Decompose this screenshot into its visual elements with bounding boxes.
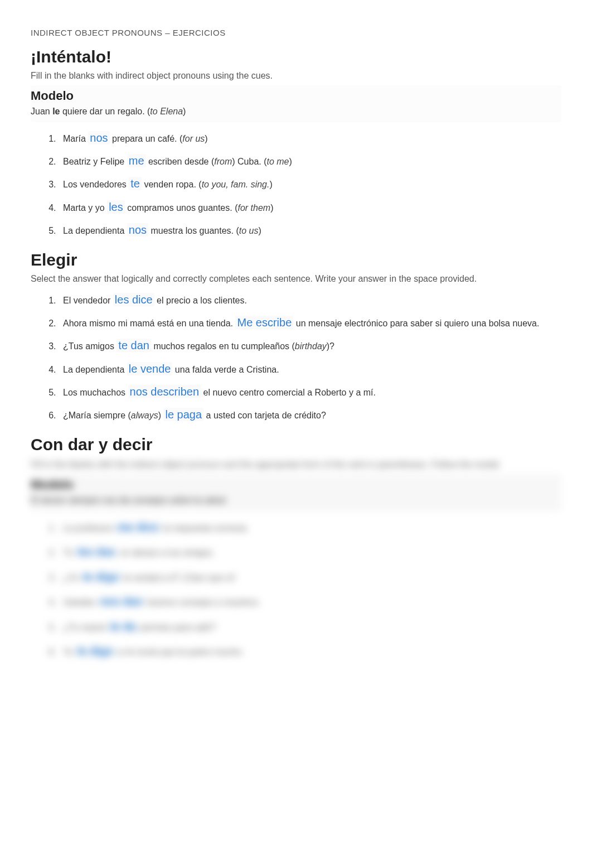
item-post: prepara un café. ( (110, 134, 183, 143)
section1-list: María nos prepara un café. (for us) Beat… (31, 129, 561, 240)
item-pre: La dependienta (63, 226, 127, 235)
item-pre: La dependienta (63, 365, 127, 374)
item-post: un abrazo a tus amigos. (117, 548, 215, 557)
item-close: ) (205, 134, 207, 143)
item-pre: El vendedor (63, 296, 113, 305)
list-item: Ustedes nos dan buenos consejos a nosotr… (59, 592, 561, 613)
page-header: INDIRECT OBJECT PRONOUNS – EJERCICIOS (31, 28, 561, 37)
section3-instructions: Fill in the blanks with the indirect obj… (31, 460, 561, 470)
blurred-preview: Fill in the blanks with the indirect obj… (31, 460, 561, 663)
list-item: Beatriz y Felipe me escriben desde (from… (59, 152, 561, 171)
modelo-post: quiere dar un regalo. ( (60, 107, 150, 116)
list-item: Los vendedores te venden ropa. (to you, … (59, 175, 561, 194)
item-ital: always (131, 411, 158, 420)
list-item: Tú les das un abrazo a tus amigos. (59, 542, 561, 563)
item-post: venden ropa. ( (142, 180, 202, 189)
list-item: Yo le digo a mi novia que la quiero much… (59, 642, 561, 663)
item-ital: birthday (295, 341, 327, 351)
item-pre: Tú (63, 548, 76, 557)
item-post: muestra los guantes. ( (148, 226, 239, 235)
item-post: la respuesta correcta. (161, 523, 249, 533)
item-post: muchos regalos en tu cumpleaños ( (151, 341, 295, 351)
item-pre: Los vendedores (63, 180, 129, 189)
item-pre: ¿Tus amigos (63, 341, 117, 351)
section1-instructions: Fill in the blanks with indirect object … (31, 71, 561, 81)
modelo-close: ) (183, 107, 186, 116)
answer: me dice (115, 520, 160, 534)
section2-list: El vendedor les dice el precio a los cli… (31, 291, 561, 425)
list-item: Ahora mismo mi mamá está en una tienda. … (59, 314, 561, 333)
list-item: El vendedor les dice el precio a los cli… (59, 291, 561, 310)
item-mid: ) (158, 411, 164, 420)
list-item: ¿Yo te digo la verdad a ti? ¡Claro que s… (59, 567, 561, 589)
item-pre: Ahora mismo mi mamá está en una tienda. (63, 319, 235, 328)
item-ital: to you, fam. sing. (202, 180, 270, 189)
section3-list: La profesora me dice la respuesta correc… (31, 518, 561, 663)
answer: te digo (81, 570, 121, 584)
item-close: ) (258, 226, 261, 235)
section2-instructions: Select the answer that logically and cor… (31, 274, 561, 284)
answer: le paga (163, 408, 203, 421)
modelo-pre: Juan (31, 107, 52, 116)
item-pre: Beatriz y Felipe (63, 157, 127, 166)
item-pre: María (63, 134, 88, 143)
list-item: La dependienta le vende una falda verde … (59, 360, 561, 379)
item-post: a usted con tarjeta de crédito? (203, 411, 326, 420)
item-close: ) (289, 157, 292, 166)
item-pre: ¿Yo (63, 573, 81, 582)
item-pre: ¿María siempre ( (63, 411, 131, 420)
item-pre: La profesora (63, 523, 115, 533)
section-elegir-title: Elegir (31, 250, 561, 269)
list-item: La dependienta nos muestra los guantes. … (59, 221, 561, 240)
answer: les dice (113, 293, 154, 306)
item-ital: to us (239, 226, 259, 235)
section1-modelo: Modelo Juan le quiere dar un regalo. (to… (31, 85, 561, 122)
item-post: una falda verde a Cristina. (172, 365, 279, 374)
list-item: Los muchachos nos describen el nuevo cen… (59, 383, 561, 402)
answer: nos describen (128, 385, 201, 398)
item-post: permiso para salir? (138, 623, 216, 632)
item-post: la verdad a ti? ¡Claro que sí! (121, 573, 235, 582)
answer: nos (88, 131, 109, 144)
answer: te (129, 177, 142, 190)
item-pre: Marta y yo (63, 203, 107, 213)
item-ital: for them (237, 203, 270, 213)
section-con-dar-title: Con dar y decir (31, 435, 561, 454)
item-pre: ¿Tu mamá (63, 623, 108, 632)
list-item: María nos prepara un café. (for us) (59, 129, 561, 148)
item-post: buenos consejos a nosotros. (144, 597, 260, 607)
item-close: )? (327, 341, 334, 351)
section-intentalo-title: ¡Inténtalo! (31, 47, 561, 66)
answer: me (127, 154, 146, 167)
modelo-ital: to Elena (150, 107, 183, 116)
item-post: el nuevo centro comercial a Roberto y a … (201, 388, 376, 397)
item-close: ) (269, 180, 272, 189)
item-mid: ) Cuba. ( (232, 157, 266, 166)
answer: te da (108, 620, 138, 633)
item-post: compramos unos guantes. ( (125, 203, 238, 213)
answer: les (107, 200, 125, 214)
list-item: La profesora me dice la respuesta correc… (59, 518, 561, 539)
item-ital: for us (182, 134, 205, 143)
modelo-bold: le (52, 107, 60, 116)
item-pre: Los muchachos (63, 388, 128, 397)
answer: nos dan (98, 595, 144, 608)
modelo-title: Modelo (31, 89, 561, 103)
section3-modelo: Modelo El doctor siempre nos da consejos… (31, 474, 561, 511)
answer: Me escribe (235, 316, 293, 329)
item-close: ) (270, 203, 273, 213)
item-post: un mensaje electrónico para saber si qui… (293, 319, 539, 328)
list-item: ¿Tu mamá te da permiso para salir? (59, 617, 561, 638)
list-item: ¿María siempre (always) le paga a usted … (59, 406, 561, 425)
answer: le digo (76, 644, 115, 658)
modelo-text: Juan le quiere dar un regalo. (to Elena) (31, 107, 561, 117)
item-ital: from (214, 157, 232, 166)
item-pre: Yo (63, 647, 76, 657)
list-item: ¿Tus amigos te dan muchos regalos en tu … (59, 336, 561, 356)
list-item: Marta y yo les compramos unos guantes. (… (59, 198, 561, 218)
item-post: escriben desde ( (146, 157, 215, 166)
answer: le vende (127, 362, 173, 375)
modelo-text: El doctor siempre nos da consejos sobre … (31, 495, 561, 505)
answer: les das (76, 545, 117, 558)
item-ital: to me (267, 157, 289, 166)
